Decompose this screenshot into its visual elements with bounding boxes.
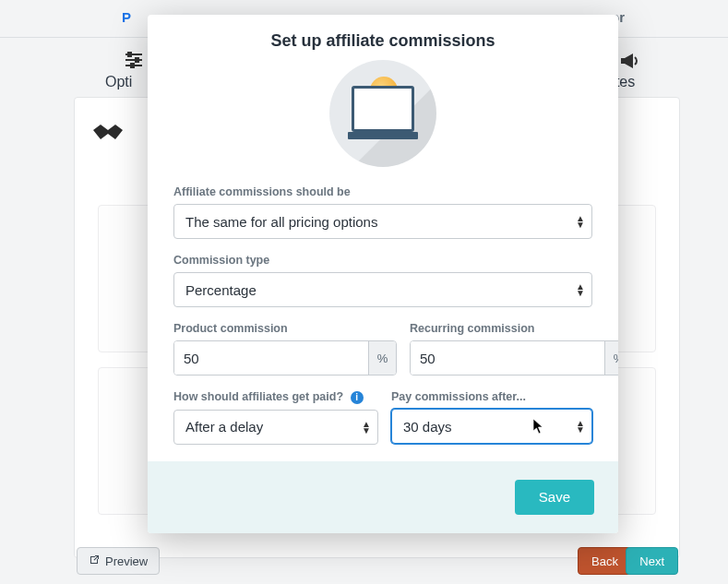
svg-rect-3	[128, 53, 131, 56]
recurring-commission-label: Recurring commission	[410, 322, 618, 335]
type-label: Commission type	[173, 254, 592, 267]
scope-label: Affiliate commissions should be	[173, 185, 592, 198]
megaphone-icon	[618, 52, 640, 74]
type-select[interactable]: Percentage	[173, 272, 592, 307]
product-commission-input-group: %	[173, 340, 397, 375]
scope-select[interactable]: The same for all pricing options	[173, 204, 592, 239]
percent-suffix: %	[604, 341, 618, 375]
recurring-commission-input-group: %	[410, 340, 618, 375]
pay-method-label: How should affiliates get paid? i	[173, 390, 378, 404]
sliders-icon	[124, 52, 144, 72]
handshake-icon	[90, 120, 126, 154]
product-commission-input[interactable]	[174, 341, 368, 375]
percent-suffix: %	[368, 341, 396, 375]
affiliate-commissions-modal: Set up affiliate commissions Affiliate c…	[148, 15, 618, 533]
preview-label: Preview	[105, 554, 148, 568]
recurring-commission-input[interactable]	[411, 341, 604, 375]
bg-tab-left-fragment: P	[122, 9, 131, 25]
product-commission-label: Product commission	[173, 322, 397, 335]
modal-footer: Save	[148, 461, 618, 533]
preview-button[interactable]: Preview	[77, 547, 160, 575]
app-background: P or Opti ates Preview Back Next Set up …	[0, 0, 728, 584]
external-link-icon	[89, 554, 100, 568]
info-icon[interactable]: i	[351, 391, 364, 404]
next-button[interactable]: Next	[626, 547, 678, 575]
svg-rect-5	[131, 64, 134, 67]
save-button[interactable]: Save	[515, 480, 594, 515]
pay-method-select[interactable]: After a delay	[173, 410, 378, 445]
pay-after-label: Pay commissions after...	[391, 390, 592, 403]
hero-illustration	[173, 60, 592, 167]
back-button[interactable]: Back	[578, 547, 632, 575]
bg-left-label: Opti	[105, 74, 132, 90]
pay-after-select[interactable]: 30 days	[391, 409, 592, 444]
modal-title: Set up affiliate commissions	[173, 31, 592, 51]
svg-rect-4	[136, 58, 138, 62]
